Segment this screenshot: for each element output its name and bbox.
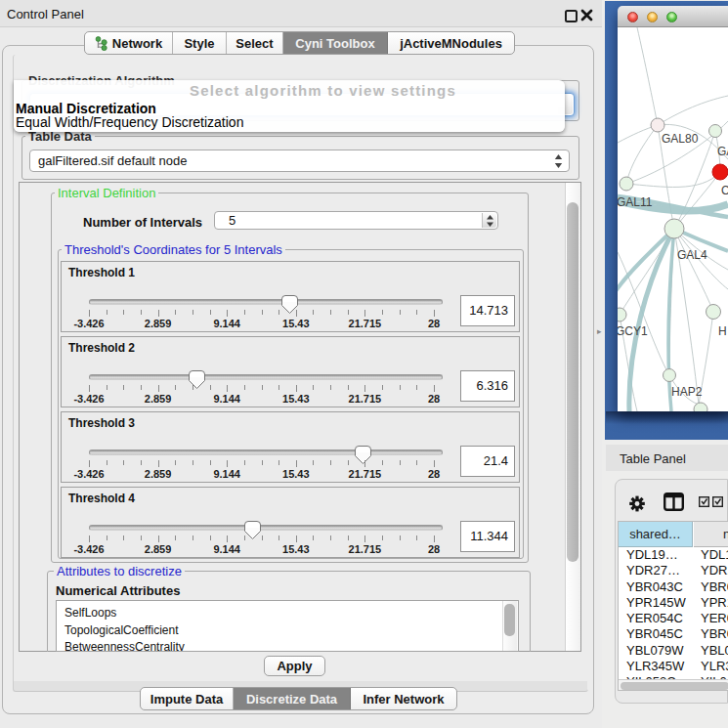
svg-text:GCY1: GCY1 (618, 324, 648, 338)
svg-text:C: C (721, 184, 728, 197)
svg-text:GAL80: GAL80 (662, 132, 699, 146)
svg-text:H: H (718, 324, 727, 338)
svg-text:GA: GA (717, 145, 728, 158)
svg-text:GAL11: GAL11 (618, 195, 653, 209)
svg-text:GAL4: GAL4 (677, 248, 707, 262)
svg-text:HAP2: HAP2 (671, 385, 703, 399)
